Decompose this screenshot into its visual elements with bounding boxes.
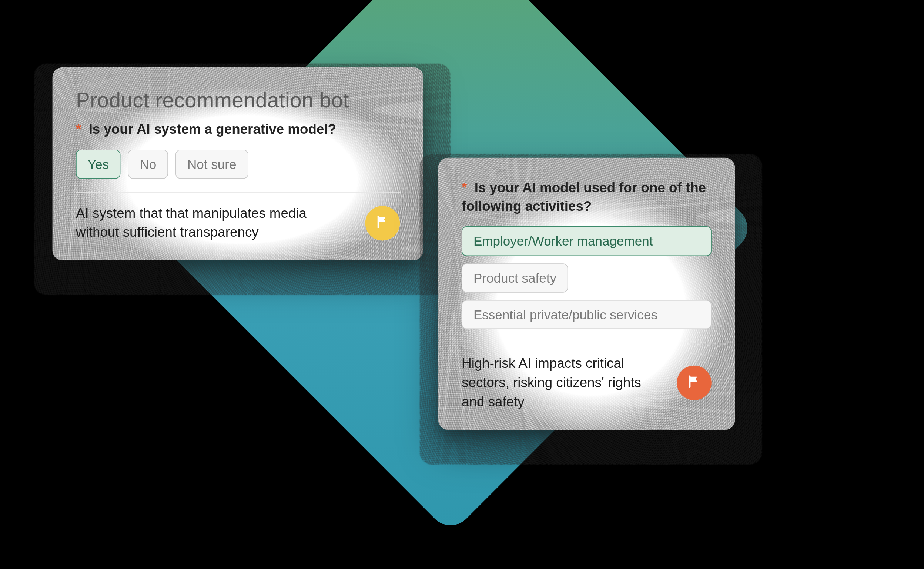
question-text: * Is your AI model used for one of the f… — [462, 178, 712, 215]
question-text: * Is your AI system a generative model? — [76, 120, 400, 138]
card-title: Product recommendation bot — [76, 88, 400, 113]
required-indicator: * — [462, 180, 467, 196]
result-text: AI system that that manipulates media wi… — [76, 204, 329, 242]
flag-icon — [375, 215, 390, 232]
option-no[interactable]: No — [128, 149, 168, 178]
question-label: Is your AI model used for one of the fol… — [462, 180, 706, 214]
result-row: AI system that that manipulates media wi… — [76, 204, 400, 242]
flag-icon — [687, 374, 701, 391]
risk-flag-badge-orange — [677, 366, 712, 400]
option-not-sure[interactable]: Not sure — [176, 149, 248, 178]
option-employer-worker-management[interactable]: Employer/Worker management — [462, 227, 712, 256]
option-essential-services[interactable]: Essential private/public services — [462, 300, 712, 329]
divider — [76, 192, 400, 193]
divider — [462, 343, 712, 344]
risk-flag-badge-yellow — [366, 205, 400, 240]
result-text: High-risk AI impacts critical sectors, r… — [462, 354, 656, 412]
card-generative-question: Product recommendation bot * Is your AI … — [53, 67, 423, 261]
required-indicator: * — [76, 121, 81, 137]
option-product-safety[interactable]: Product safety — [462, 263, 568, 292]
option-row: Yes No Not sure — [76, 149, 400, 178]
card-activities-question: * Is your AI model used for one of the f… — [438, 158, 735, 430]
result-row: High-risk AI impacts critical sectors, r… — [462, 354, 712, 412]
question-label: Is your AI system a generative model? — [89, 121, 336, 137]
option-yes[interactable]: Yes — [76, 149, 121, 178]
option-column: Employer/Worker management Product safet… — [462, 227, 712, 329]
